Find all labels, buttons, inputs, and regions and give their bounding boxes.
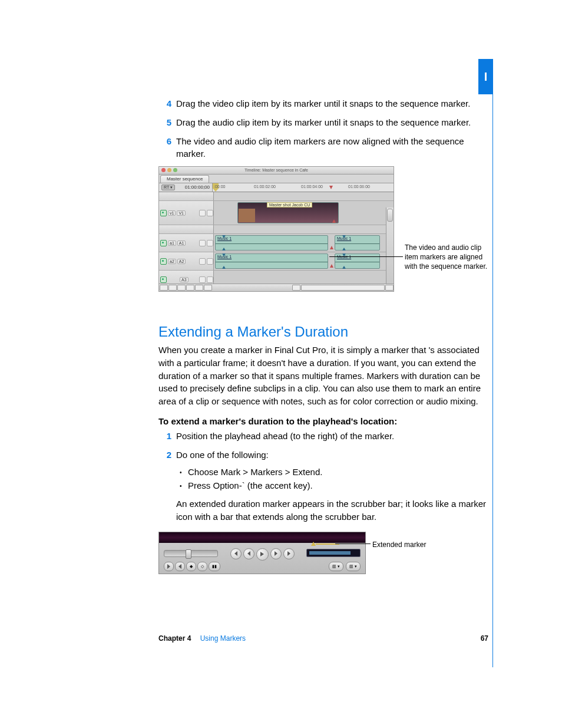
clip-marker-icon[interactable] bbox=[330, 246, 334, 252]
scroll-left-button[interactable] bbox=[292, 285, 300, 291]
target-icon[interactable] bbox=[160, 258, 167, 265]
audio-clip[interactable]: Music 1 bbox=[335, 235, 380, 251]
track-header-v1[interactable]: v1 V1 bbox=[159, 201, 214, 225]
mark-clip-button[interactable]: ▮▮ bbox=[209, 562, 220, 571]
callout-leader bbox=[329, 256, 403, 257]
sequence-tab[interactable]: Master sequence bbox=[160, 175, 209, 183]
task-lead: To extend a marker's duration to the pla… bbox=[158, 416, 494, 426]
toggle-button[interactable] bbox=[186, 285, 194, 291]
figure-viewer: ◆ ◇ ▮▮ ▥ ▾ ▥ ▾ Extended marker bbox=[158, 532, 494, 579]
clip-marker-icon[interactable] bbox=[332, 219, 336, 223]
dest-label: A1 bbox=[177, 241, 186, 246]
figure-timeline: Timeline: Master sequence in Cafe Master… bbox=[158, 166, 494, 299]
marker-button[interactable]: ◆ bbox=[186, 562, 196, 571]
step-text: The video and audio clip item markers ar… bbox=[176, 135, 494, 161]
play-around-button[interactable] bbox=[270, 548, 282, 559]
toggle-button[interactable] bbox=[177, 285, 186, 291]
autoselect-icon[interactable] bbox=[207, 210, 213, 216]
source-label: v1 bbox=[168, 210, 176, 216]
ruler-time: :00:00 bbox=[214, 185, 225, 189]
scroll-right-button[interactable] bbox=[385, 285, 394, 291]
toggle-button[interactable] bbox=[204, 285, 212, 291]
video-preview bbox=[159, 532, 365, 543]
figure-callout: The video and audio clip item markers ar… bbox=[405, 243, 493, 272]
keyframe-button[interactable]: ◇ bbox=[197, 562, 207, 571]
lock-icon[interactable] bbox=[199, 276, 206, 283]
track-header-a1[interactable]: a1 A1 bbox=[159, 234, 214, 252]
step-text: Drag the video clip item by its marker u… bbox=[176, 97, 494, 110]
ruler-time: 01:00:04:00 bbox=[301, 185, 323, 189]
rt-menu[interactable]: RT ▾ bbox=[161, 185, 175, 190]
step-text: Drag the audio clip item by its marker u… bbox=[176, 116, 494, 129]
clip-edge-icon bbox=[222, 253, 226, 269]
horizontal-scrollbar[interactable] bbox=[301, 285, 385, 291]
toggle-button[interactable] bbox=[160, 285, 168, 291]
window-titlebar: Timeline: Master sequence in Cafe bbox=[158, 166, 394, 174]
clip-edge-icon bbox=[222, 235, 226, 251]
section-thumb-tab: I bbox=[478, 59, 493, 94]
track-header-a2[interactable]: a2 A2 bbox=[159, 252, 214, 270]
prev-edit-button[interactable] bbox=[230, 548, 242, 559]
target-icon[interactable] bbox=[160, 240, 167, 246]
toggle-button[interactable] bbox=[195, 285, 203, 291]
mark-in-button[interactable] bbox=[164, 562, 174, 571]
step-number: 6 bbox=[158, 135, 176, 161]
step-item: 4 Drag the video clip item by its marker… bbox=[158, 97, 494, 110]
lock-icon[interactable] bbox=[199, 258, 206, 265]
window-title: Timeline: Master sequence in Cafe bbox=[244, 168, 308, 172]
play-inout-button[interactable] bbox=[243, 548, 254, 559]
bullet-item: Press Option-` (the accent key). bbox=[180, 480, 494, 490]
dest-label: A3 bbox=[180, 277, 189, 282]
ruler-left: RT ▾ 01:00:00;00 bbox=[159, 183, 213, 192]
target-icon[interactable] bbox=[160, 210, 167, 216]
step-number: 2 bbox=[158, 449, 176, 462]
mute-icon[interactable] bbox=[207, 258, 213, 265]
step-item: 1 Position the playhead ahead (to the ri… bbox=[158, 430, 494, 443]
toggle-button[interactable] bbox=[168, 285, 177, 291]
footer-title: Using Markers bbox=[200, 634, 246, 643]
source-label: a2 bbox=[168, 259, 176, 264]
callout-leader bbox=[335, 543, 371, 544]
target-icon[interactable] bbox=[160, 276, 167, 283]
current-timecode: 01:00:00;00 bbox=[175, 183, 212, 192]
step-number: 4 bbox=[158, 97, 176, 110]
sequence-marker-icon[interactable] bbox=[329, 186, 333, 192]
vertical-scrollbar[interactable] bbox=[386, 207, 394, 284]
timeline-footer bbox=[159, 284, 394, 291]
step-number: 1 bbox=[158, 430, 176, 443]
clip-edge-icon bbox=[342, 253, 346, 269]
page-footer: Chapter 4 Using Markers 67 bbox=[158, 634, 488, 643]
ruler-time: 01:00:06:00 bbox=[348, 185, 370, 189]
clip-edge-icon bbox=[342, 235, 346, 251]
play-button[interactable] bbox=[256, 548, 269, 561]
mute-icon[interactable] bbox=[207, 276, 213, 283]
step-text: Do one of the following: bbox=[176, 449, 494, 462]
step-item: 6 The video and audio clip item markers … bbox=[158, 135, 494, 161]
clip-marker-icon[interactable] bbox=[330, 264, 334, 270]
next-edit-button[interactable] bbox=[283, 548, 295, 559]
scrubber-bar[interactable] bbox=[306, 549, 361, 557]
viewer-button[interactable]: ▥ ▾ bbox=[329, 562, 343, 571]
audio-clip[interactable]: Music 1 bbox=[215, 235, 328, 251]
traffic-lights bbox=[161, 168, 177, 172]
figure-callout: Extended marker bbox=[372, 540, 426, 549]
footer-page-number: 67 bbox=[481, 634, 488, 643]
ruler-area[interactable]: :00:00 01:00:02:00 01:00:04:00 01:00:06:… bbox=[213, 183, 394, 192]
mark-out-button[interactable] bbox=[175, 562, 185, 571]
lock-icon[interactable] bbox=[199, 210, 206, 216]
section-heading: Extending a Marker's Duration bbox=[158, 324, 494, 340]
source-label: a1 bbox=[168, 241, 176, 246]
bullet-item: Choose Mark > Markers > Extend. bbox=[180, 467, 494, 477]
audio-clip[interactable]: Music 1 bbox=[215, 253, 328, 269]
clip-name-label: Master shot Jacob CU bbox=[267, 202, 312, 207]
viewer-button[interactable]: ▥ ▾ bbox=[346, 562, 361, 571]
body-paragraph: When you create a marker in Final Cut Pr… bbox=[158, 344, 494, 408]
lock-icon[interactable] bbox=[199, 240, 206, 246]
audio-clip[interactable]: Music 1 bbox=[335, 253, 380, 269]
sequence-tab-row: Master sequence bbox=[158, 174, 394, 183]
ruler-time: 01:00:02:00 bbox=[254, 185, 276, 189]
step-text: Position the playhead ahead (to the righ… bbox=[176, 430, 494, 443]
step-number: 5 bbox=[158, 116, 176, 129]
extended-marker-icon[interactable] bbox=[311, 542, 316, 546]
mute-icon[interactable] bbox=[207, 240, 213, 246]
